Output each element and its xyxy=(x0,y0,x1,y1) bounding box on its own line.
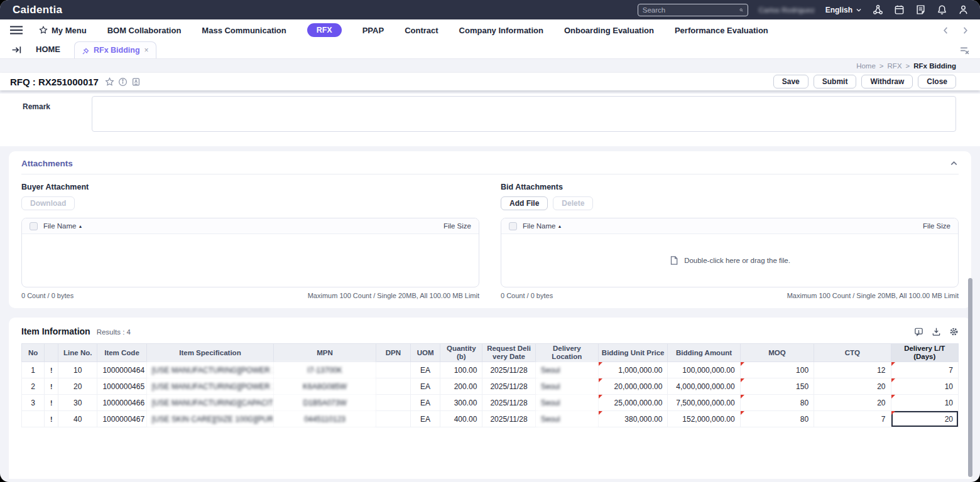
cell-item-spec[interactable]: [USE MANUFACTURING][POWER 1500W xyxy=(146,362,274,378)
cell-line-no[interactable]: 30 xyxy=(58,395,97,411)
cell-delivery-location[interactable]: Seoul xyxy=(535,411,598,427)
cell-no[interactable]: 2 xyxy=(22,378,45,395)
file-size-header[interactable]: File Size xyxy=(923,222,950,230)
cell-delivery-lt[interactable]: 10 xyxy=(891,378,958,395)
favorite-star-icon[interactable] xyxy=(105,77,114,87)
menu-item-company-information[interactable]: Company Information xyxy=(459,26,543,35)
save-button[interactable]: Save xyxy=(773,75,808,88)
cell-bidding-unit-price[interactable]: 25,000,000.00 xyxy=(598,395,667,411)
cell-delivery-lt[interactable]: 7 xyxy=(891,362,958,378)
cell-request-delivery-date[interactable]: 2025/11/28 xyxy=(482,362,535,378)
cell-dpn[interactable] xyxy=(376,362,410,378)
cell-line-no[interactable]: 10 xyxy=(58,362,97,378)
cell-mpn[interactable]: 0445110123 xyxy=(274,411,376,427)
col-request-delivery-date[interactable]: Request Delivery Date xyxy=(482,344,535,362)
notes-icon[interactable] xyxy=(915,4,926,15)
cell-bidding-amount[interactable]: 100,000,000.00 xyxy=(668,362,740,378)
cell-bidding-unit-price[interactable]: 380,000.00 xyxy=(598,411,667,427)
col-quantity[interactable]: Quantity (b) xyxy=(440,344,482,362)
bell-icon[interactable] xyxy=(937,4,947,15)
col-no[interactable]: No xyxy=(22,344,45,362)
menu-item-bom-collaboration[interactable]: BOM Collaboration xyxy=(107,26,182,35)
remark-textarea[interactable] xyxy=(92,96,956,132)
withdraw-button[interactable]: Withdraw xyxy=(861,75,913,88)
id-badge-icon[interactable] xyxy=(131,77,141,87)
cell-moq[interactable]: 150 xyxy=(740,378,814,395)
cell-quantity[interactable]: 200.00 xyxy=(440,378,482,395)
download-icon[interactable] xyxy=(932,327,941,336)
cell-dpn[interactable] xyxy=(376,411,410,427)
global-search[interactable] xyxy=(638,4,748,16)
col-uom[interactable]: UOM xyxy=(411,344,440,362)
select-all-checkbox[interactable] xyxy=(30,222,38,230)
cell-quantity[interactable]: 400.00 xyxy=(440,411,482,427)
cell-uom[interactable]: EA xyxy=(411,411,440,427)
table-row[interactable]: 2 ! 20 1000000465 [USE MANUFACTURING][PO… xyxy=(22,378,959,395)
col-delivery-location[interactable]: Delivery Location xyxy=(535,344,598,362)
file-name-header[interactable]: File Name xyxy=(43,222,76,230)
info-circle-icon[interactable] xyxy=(118,77,128,87)
cell-ctq[interactable]: 20 xyxy=(814,378,891,395)
cell-request-delivery-date[interactable]: 2025/11/28 xyxy=(482,378,535,395)
calendar-icon[interactable] xyxy=(894,4,905,15)
tab-close-icon[interactable]: × xyxy=(144,46,149,54)
cell-item-spec[interactable]: [USE MANUFACTURING][POWER 1000W xyxy=(146,378,274,395)
search-input[interactable] xyxy=(643,6,739,14)
cell-moq[interactable]: 80 xyxy=(740,411,814,427)
cell-moq[interactable]: 80 xyxy=(740,395,814,411)
cell-uom[interactable]: EA xyxy=(411,395,440,411)
search-icon[interactable] xyxy=(739,6,743,14)
org-chart-icon[interactable] xyxy=(873,4,883,15)
cell-uom[interactable]: EA xyxy=(411,362,440,378)
selected-row-indicator[interactable] xyxy=(22,411,45,427)
close-button[interactable]: Close xyxy=(918,75,956,88)
cell-request-delivery-date[interactable]: 2025/11/28 xyxy=(482,411,535,427)
cell-line-no[interactable]: 20 xyxy=(58,378,97,395)
col-ctq[interactable]: CTQ xyxy=(814,344,891,362)
sort-ascending-icon[interactable]: ▲ xyxy=(557,224,562,228)
cell-item-code[interactable]: 1000000467 xyxy=(97,411,146,427)
menu-item-ppap[interactable]: PPAP xyxy=(362,26,384,35)
table-row[interactable]: 3 ! 30 1000000466 [USE MANUFACTURING][CA… xyxy=(22,395,959,411)
pin-icon[interactable] xyxy=(82,46,89,54)
cell-item-code[interactable]: 1000000464 xyxy=(97,362,146,378)
menu-item-performance-evaluation[interactable]: Performance Evaluation xyxy=(675,26,768,35)
cell-dpn[interactable] xyxy=(376,378,410,395)
menu-item-contract[interactable]: Contract xyxy=(405,26,438,35)
tab-rfx-bidding[interactable]: RFx Bidding × xyxy=(74,41,156,58)
breadcrumb-home[interactable]: Home xyxy=(856,62,876,70)
menu-item-onboarding-evaluation[interactable]: Onboarding Evaluation xyxy=(564,26,654,35)
col-bidding-amount[interactable]: Bidding Amount xyxy=(668,344,740,362)
menu-item-rfx[interactable]: RFX xyxy=(307,23,342,37)
cell-moq[interactable]: 100 xyxy=(740,362,814,378)
cell-delivery-lt-focused[interactable]: 20 xyxy=(891,411,958,427)
collapse-chevron-up-icon[interactable] xyxy=(949,159,959,168)
hamburger-menu-icon[interactable] xyxy=(10,26,23,35)
bid-dropzone[interactable]: Double-click here or drag the file. xyxy=(501,234,958,287)
submit-button[interactable]: Submit xyxy=(814,75,857,88)
menu-scroll-right-icon[interactable] xyxy=(961,26,970,35)
table-row[interactable]: 1 ! 10 1000000464 [USE MANUFACTURING][PO… xyxy=(22,362,959,378)
cell-mpn[interactable]: I7-13700K xyxy=(274,362,376,378)
col-item-code[interactable]: Item Code xyxy=(97,344,146,362)
cell-dpn[interactable] xyxy=(376,395,410,411)
cell-item-spec[interactable]: [USE SKIN CARE][SIZE 100G][PURITY 9 xyxy=(146,411,274,427)
cell-bidding-amount[interactable]: 152,000,000.00 xyxy=(668,411,740,427)
cell-bidding-amount[interactable]: 7,500,000,000.00 xyxy=(668,395,740,411)
cell-ctq[interactable]: 7 xyxy=(814,411,891,427)
cell-item-spec[interactable]: [USE MANUFACTURING][CAPACITY 5KG xyxy=(146,395,274,411)
cell-ctq[interactable]: 12 xyxy=(814,362,891,378)
col-delivery-lt-days[interactable]: Delivery L/T (Days) xyxy=(891,344,958,362)
cell-no[interactable]: 1 xyxy=(22,362,45,378)
cell-line-no[interactable]: 40 xyxy=(58,411,97,427)
menu-item-mass-communication[interactable]: Mass Communication xyxy=(202,26,286,35)
col-bidding-unit-price[interactable]: Bidding Unit Price xyxy=(598,344,667,362)
breadcrumb-rfx[interactable]: RFX xyxy=(888,62,902,70)
cell-request-delivery-date[interactable]: 2025/11/28 xyxy=(482,395,535,411)
delete-button[interactable]: Delete xyxy=(553,196,593,210)
download-button[interactable]: Download xyxy=(21,196,75,210)
cell-delivery-location[interactable]: Seoul xyxy=(535,395,598,411)
cell-item-code[interactable]: 1000000466 xyxy=(97,395,146,411)
select-all-checkbox[interactable] xyxy=(509,222,517,230)
file-name-header[interactable]: File Name xyxy=(523,222,555,230)
